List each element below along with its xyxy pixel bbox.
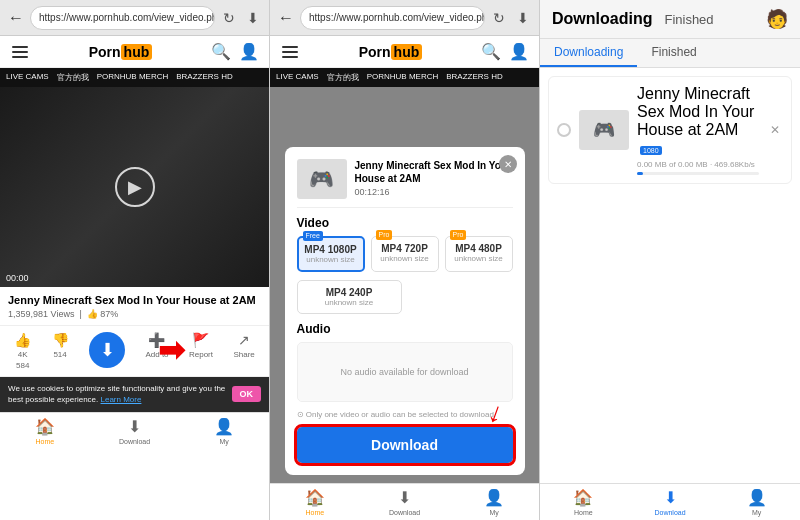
quality-720p-button[interactable]: Pro MP4 720P unknown size (371, 236, 439, 272)
ph-logo-2: Pornhub (359, 44, 423, 60)
download-circle-button-1[interactable]: ⬇ (89, 332, 125, 368)
nav-live-cams-1[interactable]: LIVE CAMS (6, 72, 49, 83)
hamburger-icon-1[interactable] (10, 44, 30, 60)
bottom-nav-home-1[interactable]: 🏠 Home (0, 417, 90, 445)
browser-download-icon-2[interactable]: ⬇ (513, 8, 533, 28)
reload-icon-1[interactable]: ↻ (219, 8, 239, 28)
report-icon-1: 🚩 (192, 332, 209, 348)
panel3-nav-home[interactable]: 🏠 Home (540, 488, 627, 516)
share-icon-1: ↗ (238, 332, 250, 348)
nav-brazzers-2[interactable]: BRAZZERS HD (446, 72, 502, 83)
quality-480p-button[interactable]: Pro MP4 480P unknown size (445, 236, 513, 272)
nav-live-cams-2[interactable]: LIVE CAMS (276, 72, 319, 83)
video-title-1: Jenny Minecraft Sex Mod In Your House at… (8, 293, 261, 307)
modal-video-section: Video (297, 216, 513, 230)
panel3-nav-download[interactable]: ⬇ Download (627, 488, 714, 516)
addto-label-1: Add to (145, 350, 168, 359)
video-area-1[interactable]: ▶ 00:00 (0, 87, 269, 287)
report-label-1: Report (189, 350, 213, 359)
url-text-2: https://www.pornhub.com/view_video.php?v… (309, 12, 485, 23)
logo-orange-1: hub (121, 44, 153, 60)
quality-grid: Free MP4 1080P unknown size Pro MP4 720P… (297, 236, 513, 272)
nav-official-1[interactable]: 官方的我 (57, 72, 89, 83)
back-button-2[interactable]: ← (276, 8, 296, 28)
panel3-header-icons: 🧑 (766, 8, 788, 30)
video-time-1: 00:00 (6, 273, 29, 283)
hamburger-icon-2[interactable] (280, 44, 300, 60)
ph-header-1: Pornhub 🔍 👤 (0, 36, 269, 68)
home-label-1: Home (35, 438, 54, 445)
ph-header-icons-1: 🔍 👤 (211, 42, 259, 61)
bottom-nav-home-2[interactable]: 🏠 Home (270, 488, 360, 516)
action-addto-1[interactable]: ➕ Add to (145, 332, 168, 359)
quality-240p-button[interactable]: MP4 240P unknown size (297, 280, 402, 314)
download-icon-2: ⬇ (398, 488, 411, 507)
video-info-1: Jenny Minecraft Sex Mod In Your House at… (0, 287, 269, 326)
bottom-nav-2: 🏠 Home ⬇ Download 👤 My (270, 483, 539, 520)
action-share-1[interactable]: ↗ Share (233, 332, 254, 359)
bottom-nav-my-1[interactable]: 👤 My (179, 417, 269, 445)
url-bar-1[interactable]: https://www.pornhub.com/view_video.php?v… (30, 6, 215, 30)
account-icon-1[interactable]: 👤 (239, 42, 259, 61)
dl-tabs: Downloading Finished (540, 39, 800, 68)
my-label-1: My (220, 438, 229, 445)
ph-nav-1: LIVE CAMS 官方的我 PORNHUB MERCH BRAZZERS HD (0, 68, 269, 87)
modal-download-button[interactable]: Download (297, 427, 513, 463)
modal-close-button[interactable]: ✕ (499, 155, 517, 173)
no-audio-text: No audio available for download (340, 367, 468, 377)
quality-720p-size: unknown size (376, 254, 434, 263)
dl-tab-downloading[interactable]: Downloading (540, 39, 637, 67)
download-icon-3: ⬇ (664, 488, 677, 507)
browser-download-icon-1[interactable]: ⬇ (243, 8, 263, 28)
my-label-2: My (490, 509, 499, 516)
home-icon-3: 🏠 (573, 488, 593, 507)
dl-close-button-0[interactable]: ✕ (767, 122, 783, 138)
reload-icon-2[interactable]: ↻ (489, 8, 509, 28)
dl-tab-finished[interactable]: Finished (637, 39, 710, 67)
action-report-1[interactable]: 🚩 Report (189, 332, 213, 359)
no-audio-area: No audio available for download (297, 342, 513, 402)
nav-merch-1[interactable]: PORNHUB MERCH (97, 72, 169, 83)
nav-official-2[interactable]: 官方的我 (327, 72, 359, 83)
bottom-nav-download-1[interactable]: ⬇ Download (90, 417, 180, 445)
dl-item-info-0: Jenny Minecraft Sex Mod In Your House at… (637, 85, 759, 175)
search-icon-1[interactable]: 🔍 (211, 42, 231, 61)
dl-item-radio-0[interactable] (557, 123, 571, 137)
home-label-2: Home (305, 509, 324, 516)
ph-nav-2: LIVE CAMS 官方的我 PORNHUB MERCH BRAZZERS HD (270, 68, 539, 87)
download-icon-1: ⬇ (128, 417, 141, 436)
pro-badge-480: Pro (450, 230, 467, 239)
cookie-link-1[interactable]: Learn More (101, 395, 142, 404)
bottom-nav-my-2[interactable]: 👤 My (449, 488, 539, 516)
action-like-1[interactable]: 👍 4K 584 (14, 332, 31, 370)
dl-progress-bar-0 (637, 172, 643, 175)
cookie-text-1: We use cookies to optimize site function… (8, 383, 228, 405)
panel3-download-manager: Downloading Finished 🧑 Downloading Finis… (540, 0, 800, 520)
quality-1080p-size: unknown size (303, 255, 359, 264)
dl-item-0: 🎮 Jenny Minecraft Sex Mod In Your House … (548, 76, 792, 184)
quality-1080p-label: MP4 1080P (303, 244, 359, 255)
back-button-1[interactable]: ← (6, 8, 26, 28)
dl-title: Downloading (552, 10, 652, 28)
views-count-1: 1,359,981 Views (8, 309, 74, 319)
account-icon-2[interactable]: 👤 (509, 42, 529, 61)
url-bar-2[interactable]: https://www.pornhub.com/view_video.php?v… (300, 6, 485, 30)
nav-brazzers-1[interactable]: BRAZZERS HD (176, 72, 232, 83)
dl-list: 🎮 Jenny Minecraft Sex Mod In Your House … (540, 68, 800, 483)
quality-480p-label: MP4 480P (450, 243, 508, 254)
action-bar-1: 👍 4K 584 👎 514 ⬇ ➡ ➕ Add to 🚩 Report ↗ S… (0, 326, 269, 377)
nav-merch-2[interactable]: PORNHUB MERCH (367, 72, 439, 83)
bottom-nav-download-2[interactable]: ⬇ Download (360, 488, 450, 516)
panel3-nav-my[interactable]: 👤 My (713, 488, 800, 516)
quality-1080p-button[interactable]: Free MP4 1080P unknown size (297, 236, 365, 272)
cookie-ok-button-1[interactable]: OK (232, 386, 262, 402)
dl-item-thumb-0: 🎮 (579, 110, 629, 150)
quality-240p-label: MP4 240P (302, 287, 397, 298)
action-dislike-1[interactable]: 👎 514 (52, 332, 69, 359)
play-button-1[interactable]: ▶ (115, 167, 155, 207)
browser-bar-1: ← https://www.pornhub.com/view_video.php… (0, 0, 269, 36)
search-icon-2[interactable]: 🔍 (481, 42, 501, 61)
panel3-bottom-nav: 🏠 Home ⬇ Download 👤 My (540, 483, 800, 520)
my-icon-1: 👤 (214, 417, 234, 436)
person-icon-3[interactable]: 🧑 (766, 9, 788, 29)
